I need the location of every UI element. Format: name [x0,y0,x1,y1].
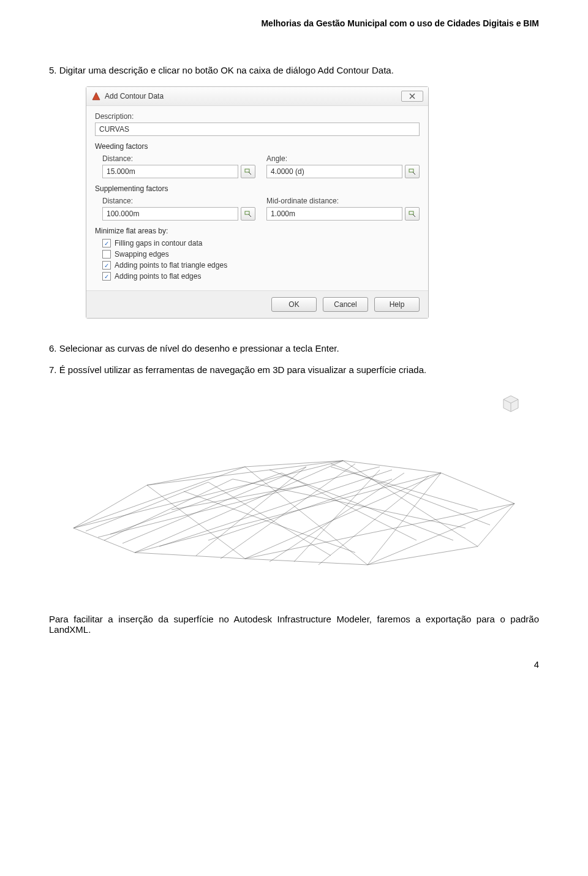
svg-line-25 [294,470,380,562]
3d-surface-figure [49,387,539,583]
pick-button[interactable] [241,165,255,178]
svg-line-28 [159,470,392,546]
svg-line-22 [184,491,355,553]
dialog-screenshot: Add Contour Data Description: Weeding fa… [86,86,539,319]
svg-line-37 [98,467,380,537]
weed-distance-input[interactable] [102,165,238,178]
supplementing-factors-label: Supplementing factors [95,184,420,193]
chk-adding-flat[interactable]: ✓ Adding points to flat edges [102,272,420,281]
description-input[interactable] [95,123,420,136]
svg-line-9 [147,485,245,559]
svg-line-23 [233,479,466,528]
dialog-body: Description: Weeding factors Distance: A… [86,106,428,290]
sup-distance-label: Distance: [102,197,255,205]
svg-line-13 [245,473,441,559]
svg-line-24 [196,467,306,556]
page-header: Melhorias da Gestão Municipal com o uso … [49,18,539,28]
minimize-label: Minimize flat areas by: [95,227,420,235]
cancel-button[interactable]: Cancel [323,297,368,312]
chk-label: Swapping edges [115,250,169,259]
pick-button[interactable] [241,207,255,221]
svg-line-19 [208,479,392,540]
weed-angle-input[interactable] [266,165,402,178]
svg-line-11 [343,461,478,546]
dialog-footer: OK Cancel Help [86,290,428,318]
dialog-titlebar: Add Contour Data [86,87,428,106]
svg-line-14 [368,504,514,565]
step-6-text: 6. Selecionar as curvas de nível do dese… [49,343,539,353]
checkbox-icon: ✓ [102,239,111,247]
svg-rect-2 [409,169,413,172]
add-contour-data-dialog: Add Contour Data Description: Weeding fa… [86,86,429,319]
checkbox-icon [102,250,111,259]
svg-rect-4 [409,211,413,214]
chk-label: Adding points to flat edges [115,272,201,281]
svg-line-32 [270,473,404,562]
svg-line-31 [270,470,453,540]
svg-line-35 [318,476,429,565]
svg-line-21 [282,473,417,540]
svg-line-7 [74,461,343,528]
checkbox-icon: ✓ [102,272,111,281]
weeding-factors-label: Weeding factors [95,142,420,151]
svg-marker-0 [92,93,100,100]
app-icon [91,91,101,101]
dialog-title: Add Contour Data [105,92,164,100]
svg-rect-3 [245,211,249,214]
final-paragraph: Para facilitar a inserção da superfície … [49,614,539,635]
svg-line-29 [86,482,208,531]
chk-adding-triangle[interactable]: ✓ Adding points to flat triangle edges [102,261,420,270]
close-button[interactable] [401,91,423,102]
checkbox-icon: ✓ [102,261,111,270]
svg-line-10 [245,467,368,565]
sup-distance-input[interactable] [102,207,238,221]
viewcube-icon[interactable] [500,392,522,414]
chk-fill-gaps[interactable]: ✓ Filling gaps in contour data [102,239,420,247]
svg-line-36 [331,467,478,510]
chk-label: Filling gaps in contour data [115,239,202,247]
svg-line-12 [368,473,441,565]
weed-distance-label: Distance: [102,154,255,163]
sup-mid-label: Mid-ordinate distance: [266,197,420,205]
pick-button[interactable] [405,165,420,178]
pick-button[interactable] [405,207,420,221]
step-5-text: 5. Digitar uma descrição e clicar no bot… [49,65,539,75]
svg-rect-1 [245,169,249,172]
page-number: 4 [49,659,539,670]
ok-button[interactable]: OK [271,297,317,312]
chk-swap-edges[interactable]: Swapping edges [102,250,420,259]
svg-marker-5 [74,461,514,565]
sup-mid-input[interactable] [266,207,402,221]
description-label: Description: [95,112,420,121]
svg-line-26 [104,479,233,540]
step-7-text: 7. É possível utilizar as ferramentas de… [49,364,539,375]
weed-angle-label: Angle: [266,154,420,163]
svg-line-17 [245,504,514,559]
help-button[interactable]: Help [374,297,420,312]
chk-label: Adding points to flat triangle edges [115,261,227,270]
